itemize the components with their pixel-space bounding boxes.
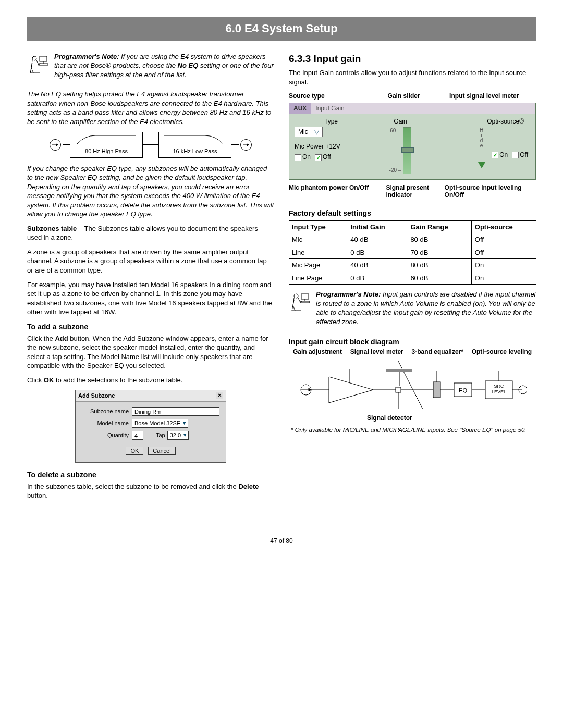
noeq-paragraph: The No EQ setting helps protect the E4 a… (27, 90, 274, 126)
input-gain-intro: The Input Gain controls allow you to adj… (289, 68, 536, 87)
svg-rect-8 (301, 294, 309, 299)
output-node-icon (240, 139, 252, 151)
label-source-type: Source type (289, 92, 388, 100)
quantity-input[interactable]: 4 (132, 431, 143, 440)
svg-text:EQ: EQ (459, 387, 467, 393)
opti-on-checkbox[interactable]: ✔On (492, 151, 508, 159)
gain-scale-top: 60 – (389, 127, 401, 134)
subzone-name-input[interactable]: Dining Rm (132, 407, 219, 416)
panel-title: Input Gain (311, 103, 348, 114)
svg-text:SRC: SRC (494, 384, 504, 389)
add-subzone-heading: To add a subzone (27, 322, 274, 332)
add-subzone-p1: Click the Add button. When the Add Subzo… (27, 334, 274, 371)
change-eq-paragraph: If you change the speaker EQ type, any s… (27, 164, 274, 219)
svg-point-3 (32, 56, 36, 60)
subzone-name-label: Subzone name (82, 408, 132, 415)
ok-button[interactable]: OK (126, 447, 143, 455)
zone-example-paragraph: For example, you may have installed ten … (27, 280, 274, 317)
hide-indicator: Hide (435, 128, 528, 149)
table-header-row: Input Type Initial Gain Gain Range Opti-… (289, 220, 536, 233)
gain-label: Gain (377, 117, 423, 126)
subzones-table-paragraph: Subzones table – The Subzones table allo… (27, 224, 274, 242)
close-icon[interactable]: ✕ (216, 392, 223, 399)
opti-source-label: Opti-source® (435, 117, 528, 126)
programmer-icon (289, 290, 312, 313)
programmer-icon (27, 52, 50, 75)
gain-scale-bottom: -20 – (389, 167, 401, 174)
svg-marker-7 (247, 143, 249, 146)
svg-marker-5 (56, 143, 58, 146)
cancel-button[interactable]: Cancel (148, 447, 175, 455)
block-diagram-footnote: * Only available for MIC/LINE and MIC/PA… (289, 426, 536, 435)
label-mic-phantom: Mic phantom power On/Off (289, 184, 370, 199)
factory-defaults-table: Input Type Initial Gain Gain Range Opti-… (289, 220, 536, 285)
bd-label-signal-meter: Signal level meter (350, 349, 403, 356)
add-subzone-dialog: Add Subzone ✕ Subzone name Dining Rm Mod… (75, 390, 226, 463)
lowpass-box: 16 kHz Low Pass (158, 132, 231, 158)
table-row: Mic40 dB80 dBOff (289, 233, 536, 246)
zone-definition-paragraph: A zone is a group of speakers that are d… (27, 248, 274, 275)
label-signal-present: Signal present indicator (370, 184, 444, 199)
delete-subzone-heading: To delete a subzone (27, 470, 274, 480)
dialog-title: Add Subzone (78, 392, 115, 400)
svg-rect-25 (433, 382, 440, 398)
svg-rect-0 (40, 56, 47, 61)
mic-power-on-checkbox[interactable]: On (295, 153, 311, 161)
signal-present-icon (478, 162, 485, 168)
gain-slider[interactable] (403, 127, 411, 174)
model-name-select[interactable]: Bose Model 32SE (132, 419, 188, 428)
page-number: 47 of 80 (27, 537, 536, 545)
label-opti-onoff: Opti-source input leveling On/Off (445, 184, 536, 199)
label-input-meter: Input signal level meter (449, 92, 536, 100)
quantity-label: Quantity (82, 431, 132, 439)
type-label: Type (295, 117, 368, 126)
note1-text: Programmer's Note: If you are using the … (54, 52, 274, 80)
svg-marker-16 (329, 377, 373, 403)
opti-off-checkbox[interactable]: Off (512, 151, 528, 159)
bd-label-opti-leveling: Opti-source leveling (472, 349, 532, 356)
svg-marker-14 (309, 388, 311, 391)
programmers-note-2: Programmer's Note: Input gain controls a… (289, 290, 536, 331)
mic-power-label: Mic Power +12V (295, 142, 368, 151)
bd-label-3band-eq: 3-band equalizer* (412, 349, 463, 356)
page-header: 6.0 E4 System Setup (27, 17, 536, 41)
programmers-note-1: Programmer's Note: If you are using the … (27, 52, 274, 85)
highpass-box: 80 Hz High Pass (70, 132, 143, 158)
svg-line-21 (398, 361, 423, 409)
filter-diagram: 80 Hz High Pass 16 kHz Low Pass (27, 132, 274, 158)
factory-defaults-heading: Factory default settings (289, 208, 536, 218)
note2-text: Programmer's Note: Input gain controls a… (316, 290, 536, 326)
aux-tab: AUX (289, 103, 311, 114)
left-column: Programmer's Note: If you are using the … (27, 52, 274, 505)
add-subzone-p2: Click OK to add the selections to the su… (27, 376, 274, 385)
svg-rect-22 (386, 369, 412, 372)
table-row: Line0 dB70 dBOff (289, 246, 536, 259)
section-heading: 6.3.3 Input gain (289, 52, 536, 66)
svg-point-11 (294, 294, 298, 298)
table-row: Mic Page40 dB80 dBOn (289, 259, 536, 272)
input-node-icon (50, 139, 61, 151)
input-gain-panel: AUX Input Gain Type Mic Mic Power +12V O… (289, 103, 536, 180)
label-gain-slider: Gain slider (388, 92, 450, 100)
right-column: 6.3.3 Input gain The Input Gain controls… (289, 52, 536, 505)
svg-rect-19 (396, 387, 401, 392)
tap-select[interactable]: 32.0 (167, 431, 189, 440)
bd-label-gain: Gain adjustment (293, 349, 342, 356)
table-row: Line Page0 dB60 dBOn (289, 272, 536, 285)
tap-label: Tap (156, 431, 165, 439)
block-diagram-heading: Input gain circuit block diagram (289, 337, 536, 347)
model-name-label: Model name (82, 419, 132, 427)
svg-text:LEVEL: LEVEL (492, 389, 506, 394)
mic-power-off-checkbox[interactable]: ✔Off (315, 153, 331, 161)
block-diagram: EQ SRC LEVEL Signal detector (289, 361, 536, 422)
source-type-select[interactable]: Mic (295, 127, 323, 137)
delete-subzone-p1: In the subzones table, select the subzon… (27, 482, 274, 500)
